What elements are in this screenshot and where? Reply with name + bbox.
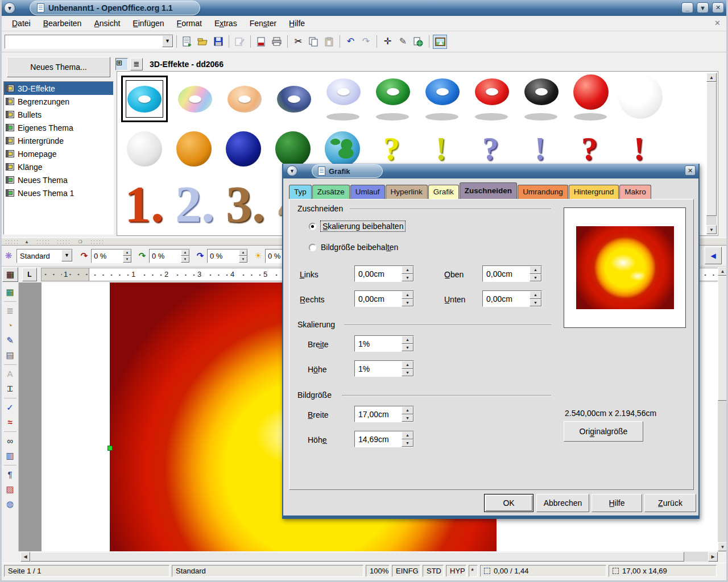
graphics-on-off-icon[interactable]: ▨ [3, 482, 18, 496]
theme-item-klaenge[interactable]: Klänge [4, 160, 113, 173]
cut-icon[interactable]: ✂ [291, 35, 305, 49]
horizontal-scroll-thumb[interactable] [30, 552, 684, 562]
status-selection-mode[interactable]: STD [423, 565, 444, 577]
theme-item-eigenes-thema[interactable]: Eigenes Thema [4, 121, 113, 134]
url-dropdown-icon[interactable]: ▼ [162, 35, 173, 47]
theme-item-hintergruende[interactable]: Hintergründe [4, 134, 113, 147]
url-combobox[interactable]: ▼ [5, 35, 173, 49]
close-button[interactable]: ✕ [712, 2, 724, 13]
original-size-button[interactable]: Orig̲inalgröße [564, 421, 643, 442]
gallery-item-torus-lavender[interactable] [318, 72, 368, 122]
gallery-scrollbar[interactable]: ▲ ▼ [706, 73, 717, 234]
spin-up-icon[interactable]: ▲ [402, 431, 413, 439]
collapse-gallery-icon[interactable]: ▲ [20, 239, 34, 245]
spin-down-icon[interactable]: ▼ [530, 299, 541, 307]
gallery-item-number-1[interactable]: 1. [119, 173, 169, 235]
gallery-item-torus-cyan[interactable] [119, 74, 169, 124]
gallery-theme-list[interactable]: 3D-Effekte Begrenzungen Bullets Eigenes … [3, 81, 114, 235]
red-percent-field[interactable]: ▲▼ [91, 249, 132, 263]
theme-item-begrenzungen[interactable]: Begrenzungen [4, 95, 113, 108]
gallery-item-torus-red[interactable] [467, 72, 516, 122]
spin-up-icon[interactable]: ▲ [530, 291, 541, 299]
unten-field[interactable]: ▲▼ [482, 290, 542, 307]
navigator-icon[interactable]: ✛ [380, 35, 395, 49]
splitter-grip[interactable] [5, 239, 19, 244]
oben-field[interactable]: ▲▼ [482, 265, 542, 282]
menu-bearbeiten[interactable]: B̲earbeiten [38, 17, 88, 30]
scale-breite-field[interactable]: ▲▼ [354, 335, 414, 352]
menu-hilfe[interactable]: H̲ilfe [283, 17, 311, 30]
abbrechen-button[interactable]: Abbrechen [536, 494, 589, 512]
gallery-item-torus-dark-blue[interactable] [269, 74, 318, 124]
stylist-icon[interactable]: ✎ [396, 35, 410, 49]
insert-section-icon[interactable]: ≣ [3, 304, 18, 318]
gallery-item-sphere-white[interactable] [615, 72, 665, 122]
gallery-item-torus-black[interactable] [516, 72, 566, 122]
scroll-right-icon[interactable]: ▶ [708, 552, 718, 562]
spin-up-icon[interactable]: ▲ [402, 291, 413, 299]
status-zoom[interactable]: 100% [366, 565, 390, 577]
spin-up-icon[interactable]: ▲ [123, 250, 131, 256]
size-breite-field[interactable]: ▲▼ [354, 406, 414, 422]
splitter-handle-icon[interactable]: ❍ [73, 239, 87, 245]
spin-up-icon[interactable]: ▲ [402, 336, 413, 344]
find-replace-icon[interactable]: ∞ [3, 434, 18, 448]
graphic-filters-icon[interactable]: ❋ [2, 249, 15, 263]
scroll-up-icon[interactable]: ▲ [706, 73, 717, 82]
theme-item-neues-thema-1[interactable]: Neues Thema 1 [4, 186, 113, 199]
gallery-scroll-thumb[interactable] [706, 82, 717, 216]
gallery-item-number-2[interactable]: 2. [170, 173, 220, 235]
splitter-grip[interactable] [90, 239, 105, 244]
vertical-scroll-thumb[interactable] [718, 276, 727, 401]
draw-functions-icon[interactable]: ✎ [3, 333, 18, 347]
spin-up-icon[interactable]: ▲ [402, 406, 413, 414]
gallery-item-torus-rainbow[interactable] [170, 74, 220, 124]
print-icon[interactable] [270, 35, 284, 49]
green-percent-field[interactable]: ▲▼ [149, 249, 190, 263]
scale-hoehe-field[interactable]: ▲▼ [354, 360, 414, 377]
tab-zuschneiden[interactable]: Zuschneiden [460, 182, 517, 199]
gallery-item-sphere-marble-white[interactable] [119, 124, 169, 174]
scroll-left-icon[interactable]: ◀ [20, 552, 30, 562]
new-document-icon[interactable] [180, 35, 195, 49]
splitter-grip[interactable] [36, 239, 51, 244]
gallery-item-sphere-dark-blue[interactable] [218, 124, 268, 174]
spellcheck-icon[interactable]: ✓ [3, 400, 18, 414]
scroll-down-icon[interactable]: ▼ [718, 542, 727, 551]
window-menu-button[interactable]: ▼ [4, 2, 15, 14]
gallery-item-torus-blue[interactable] [417, 72, 467, 122]
spin-down-icon[interactable]: ▼ [402, 439, 413, 447]
paste-icon[interactable] [322, 35, 336, 49]
redo-icon[interactable]: ↷ [359, 35, 373, 49]
grid-view-icon[interactable]: ⊞ [115, 58, 128, 70]
size-hoehe-field[interactable]: ▲▼ [354, 431, 414, 447]
insert-special-character-icon[interactable]: Ɪ [3, 381, 18, 396]
splitter-grip[interactable] [56, 239, 71, 244]
nonprinting-characters-icon[interactable]: ¶ [3, 467, 18, 481]
filter-style-combobox[interactable]: ▼ [16, 249, 73, 263]
spin-down-icon[interactable]: ▼ [402, 344, 413, 352]
url-input[interactable] [5, 35, 173, 49]
maximize-button[interactable]: ▼ [697, 2, 709, 13]
menu-datei[interactable]: D̲atei [6, 17, 36, 30]
ok-button[interactable]: OK [484, 494, 533, 512]
open-icon[interactable] [196, 35, 210, 49]
spin-down-icon[interactable]: ▼ [530, 274, 541, 282]
insert-table-corner-icon[interactable]: ▦ [2, 267, 18, 282]
gallery-item-number-3[interactable]: 3. [221, 173, 270, 235]
spin-down-icon[interactable]: ▼ [402, 274, 413, 282]
spin-up-icon[interactable]: ▲ [530, 266, 541, 274]
tab-hyperlink[interactable]: Hyperlink [386, 185, 428, 199]
edit-file-icon[interactable] [233, 35, 247, 49]
spin-up-icon[interactable]: ▲ [402, 266, 413, 274]
scroll-up-icon[interactable]: ▲ [718, 267, 727, 276]
menu-einfuegen[interactable]: E̲infügen [127, 17, 169, 30]
blue-percent-field[interactable]: ▲▼ [207, 249, 248, 263]
horizontal-scrollbar[interactable]: ◀ ▶ [20, 552, 718, 562]
spin-down-icon[interactable]: ▼ [123, 256, 131, 263]
insert-form-icon[interactable]: ▤ [3, 348, 18, 362]
tab-grafik[interactable]: Grafik [428, 185, 459, 199]
spin-down-icon[interactable]: ▼ [402, 299, 413, 307]
export-pdf-icon[interactable] [254, 35, 268, 49]
data-sources-icon[interactable]: ▥ [3, 448, 18, 463]
